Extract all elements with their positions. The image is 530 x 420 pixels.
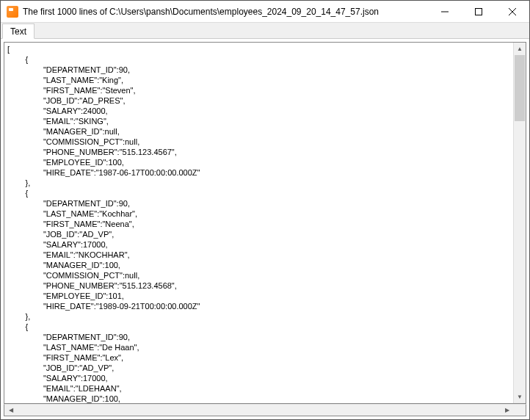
app-window: The first 1000 lines of C:\Users\pansh\D… xyxy=(0,0,530,420)
horizontal-scrollbar[interactable]: ◀ ▶ xyxy=(4,404,526,416)
scroll-up-button[interactable]: ▲ xyxy=(514,43,526,55)
scroll-corner xyxy=(513,405,526,416)
window-title: The first 1000 lines of C:\Users\pansh\D… xyxy=(23,7,428,17)
tab-text[interactable]: Text xyxy=(2,23,35,39)
scroll-right-button[interactable]: ▶ xyxy=(501,405,513,416)
scroll-down-button[interactable]: ▼ xyxy=(514,391,526,403)
minimize-button[interactable] xyxy=(428,1,462,22)
vertical-scrollbar[interactable]: ▲ ▼ xyxy=(513,43,526,403)
file-text[interactable]: [ { "DEPARTMENT_ID":90, "LAST_NAME":"Kin… xyxy=(4,43,513,403)
window-controls xyxy=(428,1,529,22)
text-viewer: [ { "DEPARTMENT_ID":90, "LAST_NAME":"Kin… xyxy=(4,42,526,404)
app-icon xyxy=(7,6,18,18)
maximize-button[interactable] xyxy=(462,1,495,22)
tabstrip: Text xyxy=(1,23,529,39)
maximize-icon xyxy=(475,8,482,15)
titlebar[interactable]: The first 1000 lines of C:\Users\pansh\D… xyxy=(1,1,529,23)
close-icon xyxy=(509,8,516,15)
scroll-left-button[interactable]: ◀ xyxy=(4,405,17,416)
svg-rect-1 xyxy=(476,8,482,15)
minimize-icon xyxy=(441,8,449,15)
content-area: [ { "DEPARTMENT_ID":90, "LAST_NAME":"Kin… xyxy=(1,39,529,419)
vertical-scroll-thumb[interactable] xyxy=(515,55,525,121)
close-button[interactable] xyxy=(495,1,529,22)
